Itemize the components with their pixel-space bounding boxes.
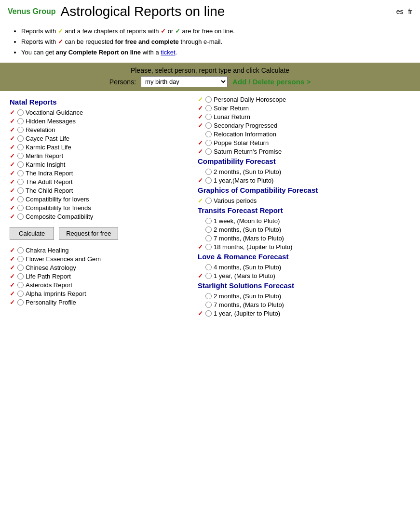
check-none: [198, 235, 204, 242]
language-selector[interactable]: es fr: [396, 8, 412, 15]
relocation-info-radio[interactable]: [205, 131, 212, 137]
check-red-icon: ✓: [10, 118, 15, 125]
transits-2months-radio[interactable]: [205, 226, 212, 233]
check-red-icon: ✓: [198, 177, 203, 184]
list-item: ✓ Revelation: [10, 126, 188, 133]
check-red-icon: ✓: [198, 105, 203, 112]
list-item: 2 months, (Sun to Pluto): [198, 168, 410, 175]
check-red-icon: ✓: [10, 281, 15, 289]
transits-18months-radio[interactable]: [205, 244, 212, 250]
check-none: [198, 292, 204, 300]
add-delete-persons-link[interactable]: Add / Delete persons >: [232, 78, 311, 86]
poppe-solar-radio[interactable]: [205, 140, 212, 146]
list-item: ✓ Flower Essences and Gem: [10, 255, 188, 263]
right-column: ✓ Personal Daily Horoscope ✓ Solar Retur…: [193, 96, 410, 319]
persons-select[interactable]: my birth day person 2 person 3: [141, 76, 228, 87]
complete-report-text: any Complete Report on line: [56, 49, 141, 56]
starlight-7months-radio[interactable]: [205, 302, 212, 308]
check-none: [198, 217, 204, 225]
chinese-astrology-radio[interactable]: [17, 265, 24, 271]
check-yellow-icon-1: ✓: [58, 27, 63, 35]
buttons-row: Calculate Request for free: [10, 227, 188, 240]
check-red-icon: ✓: [10, 196, 15, 203]
check-red-icon: ✓: [10, 126, 15, 133]
life-path-report-radio[interactable]: [17, 273, 24, 279]
personality-profile-radio[interactable]: [17, 299, 24, 306]
check-none: [198, 226, 204, 233]
lang-fr[interactable]: fr: [408, 8, 412, 15]
compat-1year-radio[interactable]: [205, 177, 212, 184]
various-periods-radio[interactable]: [205, 198, 212, 204]
chakra-healing-radio[interactable]: [17, 247, 24, 253]
list-item: ✓ Life Path Report: [10, 273, 188, 280]
asteroids-report-radio[interactable]: [17, 282, 24, 288]
info-section: Reports with ✓ and a few chapters of rep…: [0, 23, 420, 63]
check-red-icon: ✓: [10, 152, 15, 159]
info-line-2: Reports with ✓ can be requested for free…: [21, 37, 410, 47]
check-red-icon-1: ✓: [161, 27, 166, 35]
check-yellow-icon: ✓: [198, 197, 203, 204]
list-item: ✓ Chinese Astrology: [10, 264, 188, 271]
instruction-text: Please, select person, report type and c…: [0, 66, 420, 74]
compatibility-friends-radio[interactable]: [17, 205, 24, 211]
list-item: ✓ Lunar Return: [198, 113, 410, 120]
list-item: 2 months, (Sun to Pluto): [198, 292, 410, 300]
check-red-icon: ✓: [10, 264, 15, 271]
love-1year-radio[interactable]: [205, 273, 212, 279]
list-item: ✓ Karmic Insight: [10, 161, 188, 168]
vocational-guidance-radio[interactable]: [17, 109, 24, 116]
cayce-past-life-radio[interactable]: [17, 135, 24, 142]
left-column: Natal Reports ✓ Vocational Guidance ✓ Hi…: [10, 96, 193, 319]
check-green-icon-1: ✓: [175, 27, 180, 35]
transits-1week-radio[interactable]: [205, 218, 212, 224]
calculate-button[interactable]: Calculate: [10, 227, 54, 240]
karmic-insight-radio[interactable]: [17, 161, 24, 168]
graphics-compat-title: Graphics of Compatibility Forecast: [198, 186, 410, 194]
check-red-icon: ✓: [198, 272, 203, 279]
compatibility-lovers-radio[interactable]: [17, 196, 24, 202]
lunar-return-radio[interactable]: [205, 114, 212, 120]
alpha-imprints-radio[interactable]: [17, 291, 24, 297]
composite-compatibility-radio[interactable]: [17, 213, 24, 220]
list-item: ✓ Vocational Guidance: [10, 109, 188, 116]
select-bar: Please, select person, report type and c…: [0, 63, 420, 91]
adult-report-radio[interactable]: [17, 179, 24, 185]
check-none: [198, 301, 204, 308]
transits-7months-radio[interactable]: [205, 235, 212, 241]
persons-label: Persons:: [109, 78, 136, 86]
list-item: ✓ Asteroids Report: [10, 281, 188, 289]
list-item: ✓ The Child Report: [10, 187, 188, 194]
list-item: ✓ Compatibility for friends: [10, 204, 188, 212]
solar-return-radio[interactable]: [205, 105, 212, 111]
transits-forecast-title: Transits Forecast Report: [198, 206, 410, 214]
check-red-icon: ✓: [10, 255, 15, 263]
child-report-radio[interactable]: [17, 187, 24, 194]
saturn-return-radio[interactable]: [205, 148, 212, 155]
request-for-free-button[interactable]: Request for free: [59, 227, 118, 240]
merlin-report-radio[interactable]: [17, 153, 24, 159]
secondary-progressed-radio[interactable]: [205, 122, 212, 129]
lang-es[interactable]: es: [396, 8, 404, 15]
love-4months-radio[interactable]: [205, 264, 212, 270]
list-item: 1 week, (Moon to Pluto): [198, 217, 410, 225]
hidden-messages-radio[interactable]: [17, 118, 24, 124]
starlight-1year-radio[interactable]: [205, 310, 212, 317]
revelation-radio[interactable]: [17, 127, 24, 133]
check-red-icon: ✓: [198, 310, 203, 317]
venus-group-label: Venus Group: [8, 7, 56, 16]
ticket-link[interactable]: ticket: [161, 49, 175, 56]
karmic-past-life-radio[interactable]: [17, 144, 24, 150]
compat-2months-radio[interactable]: [205, 169, 212, 175]
check-none: [198, 264, 204, 271]
starlight-2months-radio[interactable]: [205, 293, 212, 299]
flower-essences-radio[interactable]: [17, 256, 24, 262]
personal-daily-radio[interactable]: [205, 96, 212, 103]
check-red-icon: ✓: [10, 170, 15, 177]
list-item: ✓ 1 year, (Mars to Pluto): [198, 272, 410, 279]
free-complete-text: for free and complete: [115, 38, 179, 45]
check-red-icon: ✓: [10, 290, 15, 297]
check-red-icon: ✓: [10, 299, 15, 306]
list-item: 4 months, (Sun to Pluto): [198, 264, 410, 271]
check-red-icon: ✓: [10, 213, 15, 220]
indra-report-radio[interactable]: [17, 170, 24, 176]
